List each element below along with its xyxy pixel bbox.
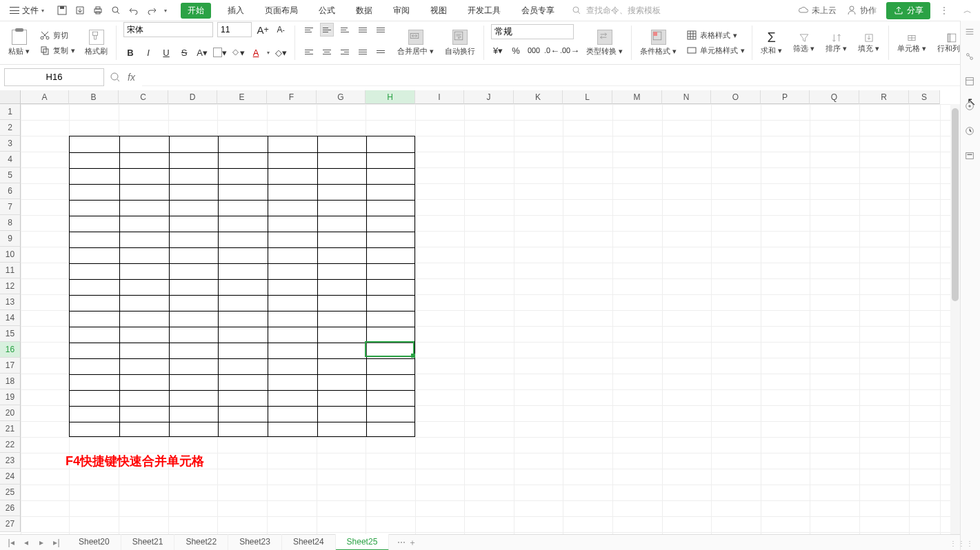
table-style-button[interactable]: 表格样式 ▾ [686,30,745,41]
tab-home[interactable]: 开始 [181,3,211,19]
cells-button[interactable]: 单元格 ▾ [893,21,930,64]
fill-color-button[interactable]: ▾ [231,45,245,59]
align-center-button[interactable] [320,45,334,59]
col-header[interactable]: D [168,90,217,104]
font-name-select[interactable] [123,22,213,37]
cut-button[interactable]: 剪切 [39,30,75,41]
tab-developer[interactable]: 开发工具 [463,3,505,18]
undo-icon[interactable] [128,5,139,16]
sheet-tab[interactable]: Sheet25 [336,534,390,550]
col-header[interactable]: L [563,90,612,104]
wrap-button[interactable]: 自动换行 [441,21,479,64]
panel-settings-icon[interactable] [964,26,977,39]
print-icon[interactable] [92,5,103,16]
filter-button[interactable]: 筛选 ▾ [789,21,819,64]
col-header[interactable]: S [909,90,940,104]
row-header[interactable]: 6 [0,183,21,199]
decrease-decimal-button[interactable]: .00→ [563,43,577,57]
cond-format-button[interactable]: 条件格式 ▾ [636,21,681,64]
sheet-tab[interactable]: Sheet21 [121,534,175,550]
borders-button[interactable]: ▾ [213,45,227,59]
row-header[interactable]: 5 [0,167,21,183]
row-header[interactable]: 4 [0,152,21,167]
select-all-corner[interactable] [0,90,21,104]
row-header[interactable]: 1 [0,104,21,120]
cells-area[interactable]: F4快捷键快速合并单元格 [21,104,960,534]
sheet-tab[interactable]: Sheet20 [68,534,121,550]
font-size-select[interactable] [217,22,252,37]
row-header[interactable]: 3 [0,136,21,152]
row-header[interactable]: 21 [0,421,21,437]
sort-button[interactable]: 排序 ▾ [821,21,851,64]
export-icon[interactable] [74,5,86,16]
cloud-status[interactable]: 未上云 [798,5,837,17]
col-header[interactable]: M [612,90,662,104]
col-header[interactable]: K [514,90,563,104]
panel-template-icon[interactable] [964,150,977,163]
name-box[interactable] [4,68,104,86]
row-header[interactable]: 16 [0,342,21,358]
row-header[interactable]: 18 [0,374,21,389]
sheet-first-icon[interactable]: |◂ [6,537,17,548]
more-font-button[interactable]: A▾ [195,45,209,59]
align-right-button[interactable] [338,45,352,59]
col-header[interactable]: J [464,90,514,104]
share-button[interactable]: 分享 [886,2,930,19]
align-left-button[interactable] [302,45,316,59]
tab-data[interactable]: 数据 [352,3,377,18]
currency-button[interactable]: ¥▾ [491,43,505,57]
paste-button[interactable]: 粘贴 ▾ [4,21,34,64]
add-sheet-icon[interactable]: ＋ [407,537,418,548]
row-header[interactable]: 14 [0,310,21,326]
row-header[interactable]: 15 [0,326,21,342]
vertical-scrollbar[interactable] [950,104,960,534]
tab-review[interactable]: 审阅 [389,3,414,18]
align-bottom-button[interactable] [338,23,352,37]
row-header[interactable]: 25 [0,485,21,500]
more-menu-icon[interactable]: ⋮ [940,6,948,15]
col-header[interactable]: Q [810,90,859,104]
justify-button[interactable] [356,45,370,59]
align-top-button[interactable] [302,23,316,37]
sheet-tab[interactable]: Sheet22 [174,534,228,550]
tab-insert[interactable]: 插入 [223,3,248,18]
font-color-button[interactable]: A [249,45,263,59]
col-header[interactable]: B [69,90,119,104]
command-search[interactable]: 查找命令、搜索模板 [571,5,661,17]
row-header[interactable]: 8 [0,215,21,231]
bold-button[interactable]: B [123,45,137,59]
file-menu[interactable]: 文件 ▾ [6,3,48,18]
row-header[interactable]: 12 [0,278,21,294]
formula-input[interactable] [142,68,976,86]
comma-button[interactable]: 000 [527,43,541,57]
collapse-ribbon-icon[interactable]: ︿ [961,3,974,17]
number-format-select[interactable] [491,24,574,39]
row-header[interactable]: 19 [0,389,21,405]
sheet-next-icon[interactable]: ▸ [36,537,47,548]
col-header[interactable]: P [761,90,810,104]
italic-button[interactable]: I [141,45,155,59]
panel-backup-icon[interactable] [964,125,977,138]
row-header[interactable]: 17 [0,358,21,374]
col-header[interactable]: C [119,90,168,104]
tab-view[interactable]: 视图 [426,3,451,18]
copy-button[interactable]: 复制 ▾ [39,45,75,56]
indent-increase-button[interactable] [374,23,388,37]
percent-button[interactable]: % [509,43,523,57]
active-cell[interactable] [365,341,414,357]
format-painter-button[interactable]: 格式刷 [81,21,112,64]
save-icon[interactable] [57,5,68,16]
zoom-icon[interactable] [110,72,121,83]
col-header[interactable]: F [267,90,317,104]
clear-format-button[interactable]: ◇▾ [274,45,288,59]
merge-button[interactable]: 合并居中 ▾ [393,21,438,64]
col-header[interactable]: A [21,90,69,104]
sheet-tab[interactable]: Sheet24 [282,534,336,550]
sheet-prev-icon[interactable]: ◂ [21,537,32,548]
row-header[interactable]: 20 [0,405,21,421]
col-header[interactable]: N [662,90,711,104]
indent-decrease-button[interactable] [356,23,370,37]
row-header[interactable]: 24 [0,469,21,485]
underline-button[interactable]: U [159,45,173,59]
row-header[interactable]: 26 [0,500,21,516]
